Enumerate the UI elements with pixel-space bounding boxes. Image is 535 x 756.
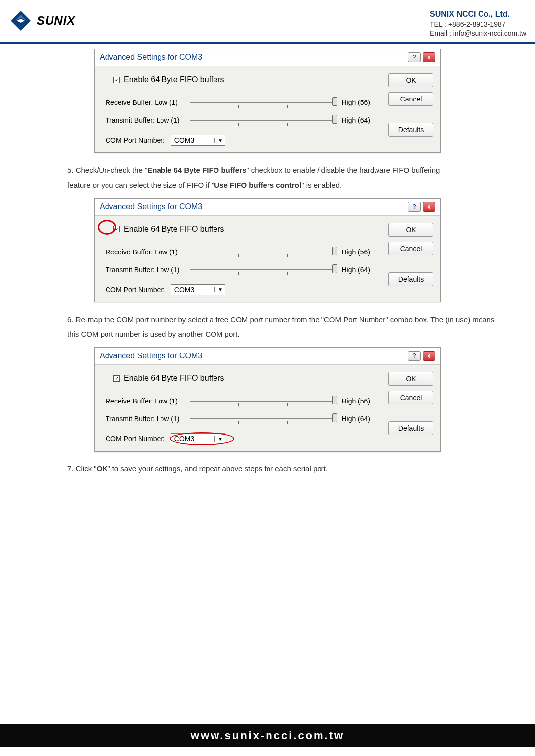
receive-buffer-slider[interactable] [190,97,336,108]
dialog-title: Advanced Settings for COM3 [100,202,202,211]
slider-thumb-icon[interactable] [332,97,337,106]
help-icon[interactable]: ? [408,202,421,212]
com-port-value: COM3 [174,286,194,294]
ok-button[interactable]: OK [388,73,433,87]
slider-thumb-icon[interactable] [332,264,337,273]
com-port-value: COM3 [174,136,194,144]
page-content: Advanced Settings for COM3 ? x ✓ Enable … [0,44,535,476]
transmit-buffer-high: High (64) [341,415,370,423]
dialog-titlebar: Advanced Settings for COM3 ? x [95,199,440,216]
com-port-combobox[interactable]: COM3 ▼ [171,284,225,295]
help-icon[interactable]: ? [408,351,421,361]
advanced-settings-dialog-1: Advanced Settings for COM3 ? x ✓ Enable … [94,49,441,153]
com-port-label: COM Port Number: [106,435,165,443]
cancel-button[interactable]: Cancel [388,92,433,106]
footer-url: www.sunix-ncci.com.tw [191,729,344,742]
page-footer: www.sunix-ncci.com.tw [0,724,535,747]
com-port-label: COM Port Number: [106,286,165,294]
transmit-buffer-label: Transmit Buffer: Low (1) [106,266,185,274]
instruction-step-7: 7. Click "OK" to save your settings, and… [67,461,503,476]
receive-buffer-label: Receive Buffer: Low (1) [106,248,185,256]
slider-thumb-icon[interactable] [332,413,337,422]
receive-buffer-high: High (56) [341,248,370,256]
transmit-buffer-label: Transmit Buffer: Low (1) [106,415,185,423]
instruction-step-5: 5. Check/Un-check the "Enable 64 Byte FI… [67,163,503,192]
logo-block: SUNIX [9,9,75,33]
close-icon[interactable]: x [423,202,435,212]
ok-button[interactable]: OK [388,223,433,237]
enable-fifo-checkbox[interactable]: ✓ [113,375,120,382]
enable-fifo-label: Enable 64 Byte FIFO buffers [124,374,224,383]
transmit-buffer-slider[interactable] [190,413,336,424]
dialog-title: Advanced Settings for COM3 [100,53,202,62]
defaults-button[interactable]: Defaults [388,123,433,137]
receive-buffer-label: Receive Buffer: Low (1) [106,99,185,106]
page-header: SUNIX SUNIX NCCI Co., Ltd. TEL : +886-2-… [0,0,535,44]
receive-buffer-slider[interactable] [190,396,336,406]
transmit-buffer-label: Transmit Buffer: Low (1) [106,116,185,124]
company-email: Email : info@sunix-ncci.com.tw [430,29,526,38]
logo-text: SUNIX [37,14,75,28]
dialog-title: Advanced Settings for COM3 [100,352,202,360]
defaults-button[interactable]: Defaults [388,272,433,286]
chevron-down-icon[interactable]: ▼ [214,138,223,143]
com-port-label: COM Port Number: [106,136,165,144]
sunix-logo-icon [9,9,33,33]
slider-thumb-icon[interactable] [332,115,337,124]
com-port-combobox[interactable]: COM3 ▼ [171,135,225,146]
dialog-titlebar: Advanced Settings for COM3 ? x [95,348,440,365]
receive-buffer-slider[interactable] [190,247,336,257]
transmit-buffer-high: High (64) [341,116,370,124]
cancel-button[interactable]: Cancel [388,242,433,255]
enable-fifo-label: Enable 64 Byte FIFO buffers [124,75,224,84]
enable-fifo-checkbox[interactable]: ✓ [113,77,120,83]
receive-buffer-label: Receive Buffer: Low (1) [106,397,185,405]
company-info: SUNIX NCCI Co., Ltd. TEL : +886-2-8913-1… [430,9,526,38]
transmit-buffer-slider[interactable] [190,115,336,126]
transmit-buffer-slider[interactable] [190,264,336,275]
advanced-settings-dialog-2: Advanced Settings for COM3 ? x ✓ Enable … [94,198,441,302]
enable-fifo-label: Enable 64 Byte FIFO buffers [124,225,224,234]
close-icon[interactable]: x [423,52,435,62]
ok-button[interactable]: OK [388,372,433,386]
dialog-titlebar: Advanced Settings for COM3 ? x [95,49,440,66]
company-name: SUNIX NCCI Co., Ltd. [430,9,526,20]
company-tel: TEL : +886-2-8913-1987 [430,20,526,29]
highlight-circle-icon [98,220,116,235]
chevron-down-icon[interactable]: ▼ [214,287,223,292]
slider-thumb-icon[interactable] [332,247,337,255]
receive-buffer-high: High (56) [341,397,370,405]
defaults-button[interactable]: Defaults [388,421,433,435]
slider-thumb-icon[interactable] [332,396,337,404]
advanced-settings-dialog-3: Advanced Settings for COM3 ? x ✓ Enable … [94,347,441,452]
cancel-button[interactable]: Cancel [388,391,433,404]
receive-buffer-high: High (56) [341,99,370,106]
help-icon[interactable]: ? [408,52,421,62]
instruction-step-6: 6. Re-map the COM port number by select … [67,312,503,342]
close-icon[interactable]: x [423,351,435,361]
transmit-buffer-high: High (64) [341,266,370,274]
